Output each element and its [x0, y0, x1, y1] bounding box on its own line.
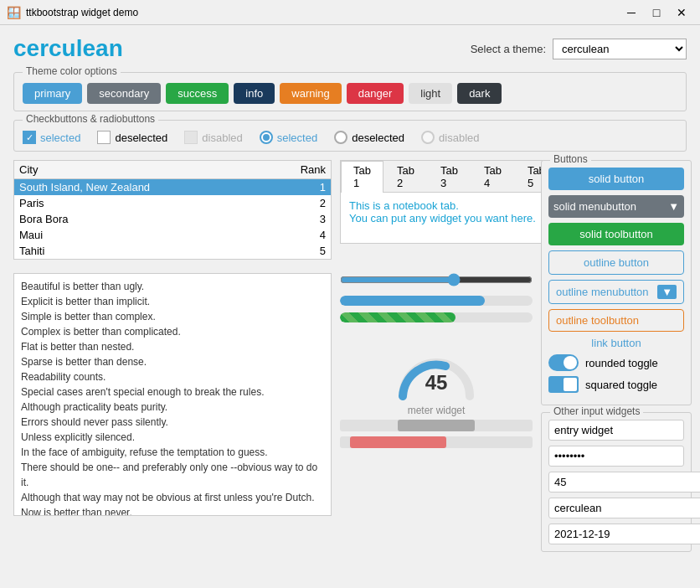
hscroll-thumb-1	[398, 420, 475, 431]
rounded-toggle[interactable]	[548, 354, 579, 371]
city-rank: 1	[275, 181, 326, 193]
outline-button[interactable]: outline button	[548, 250, 684, 275]
tab-3[interactable]: Tab 3	[428, 161, 471, 192]
combobox-wrap: ▼	[548, 498, 684, 518]
check-selected-label: selected	[40, 132, 80, 144]
squared-toggle-row: squared toggle	[548, 376, 684, 393]
check-radio-row: ✓ selected deselected disabled selected	[23, 131, 677, 144]
meter-container: 45 meter widget	[340, 329, 533, 416]
radio-selected-circle[interactable]	[260, 131, 273, 144]
minimize-button[interactable]: ─	[620, 3, 643, 22]
solid-menubutton-label: solid menubutton	[553, 200, 636, 213]
textarea-widgets-row: Beautiful is better than ugly.Explicit i…	[13, 273, 533, 523]
success-button[interactable]: success	[166, 83, 229, 104]
entry-widget[interactable]	[548, 420, 684, 441]
password-widget[interactable]	[548, 446, 684, 467]
header: cerculean Select a theme: cerculean dark…	[13, 35, 687, 62]
close-button[interactable]: ✕	[670, 3, 693, 22]
danger-button[interactable]: danger	[347, 83, 404, 104]
theme-colors-label: Theme color options	[23, 65, 121, 77]
tab-2[interactable]: Tab 2	[384, 161, 427, 192]
window-controls: ─ □ ✕	[620, 3, 693, 22]
maximize-button[interactable]: □	[645, 3, 668, 22]
solid-button[interactable]: solid button	[548, 168, 684, 190]
right-column: Buttons solid button solid menubutton ▼ …	[541, 160, 692, 552]
check-selected[interactable]: ✓ selected	[23, 131, 80, 144]
checkbox-selected[interactable]: ✓	[23, 131, 36, 144]
city-rank: 5	[275, 245, 326, 257]
spinbox-wrap: ▲ ▼	[548, 472, 684, 493]
text-area[interactable]: Beautiful is better than ugly.Explicit i…	[13, 273, 332, 516]
radio-disabled-label: disabled	[439, 132, 479, 144]
title-bar-title: ttkbootstrap widget demo	[26, 7, 620, 18]
rounded-toggle-row: rounded toggle	[548, 354, 684, 371]
light-button[interactable]: light	[409, 83, 452, 104]
outline-menu-arrow-icon: ▼	[657, 285, 677, 299]
hscroll-1[interactable]	[340, 420, 533, 431]
check-disabled-label: disabled	[202, 132, 242, 144]
radio-disabled-circle	[421, 131, 435, 144]
main-content: cerculean Select a theme: cerculean dark…	[0, 25, 700, 562]
title-bar: 🪟 ttkbootstrap widget demo ─ □ ✕	[0, 0, 700, 25]
checkradio-label: Checkbuttons & radiobuttons	[23, 113, 158, 125]
tab-4[interactable]: Tab 4	[471, 161, 514, 192]
solid-toolbutton[interactable]: solid toolbutton	[548, 223, 684, 245]
tab-content: This is a notebook tab. You can put any …	[341, 193, 558, 231]
table-notebook-row: City Rank South Island, New Zealand 1 Pa…	[13, 160, 533, 266]
rounded-toggle-label: rounded toggle	[585, 357, 658, 369]
date-input[interactable]	[548, 524, 700, 544]
radio-deselected[interactable]: deselected	[334, 131, 404, 144]
progress-bar-1-wrap	[340, 296, 533, 306]
progress-track-1	[340, 296, 533, 306]
color-buttons-row: primary secondary success info warning d…	[23, 83, 677, 104]
outline-toolbutton-label: outline toolbutton	[556, 314, 639, 327]
meter-widget: 45 meter widget	[386, 329, 486, 416]
meter-svg: 45	[390, 329, 482, 405]
radio-deselected-label: deselected	[352, 132, 404, 144]
radio-deselected-circle[interactable]	[334, 131, 347, 144]
menubutton-arrow-icon: ▼	[668, 200, 679, 213]
check-disabled: disabled	[184, 131, 242, 144]
outline-menubutton[interactable]: outline menubutton ▼	[548, 280, 684, 304]
squared-toggle[interactable]	[548, 376, 579, 393]
squared-toggle-label: squared toggle	[585, 379, 657, 391]
data-table[interactable]: City Rank South Island, New Zealand 1 Pa…	[13, 160, 332, 260]
table-row[interactable]: Tahiti 5	[14, 243, 331, 259]
primary-button[interactable]: primary	[23, 83, 82, 104]
progress-bar-2-wrap	[340, 312, 533, 322]
combobox-input[interactable]	[548, 498, 700, 518]
radio-selected[interactable]: selected	[260, 131, 317, 144]
secondary-button[interactable]: secondary	[87, 83, 161, 104]
table-area: City Rank South Island, New Zealand 1 Pa…	[13, 160, 332, 266]
link-button[interactable]: link button	[548, 337, 684, 349]
tab-1[interactable]: Tab 1	[341, 161, 383, 193]
city-name: Bora Bora	[19, 213, 275, 225]
input-widgets-section: Other input widgets ▲ ▼ ▼ 📅	[541, 412, 692, 552]
checkbox-deselected[interactable]	[97, 131, 111, 144]
spinbox-input[interactable]	[548, 472, 700, 493]
outline-toolbutton[interactable]: outline toolbutton	[548, 309, 684, 332]
table-row[interactable]: South Island, New Zealand 1	[14, 179, 331, 195]
solid-menubutton[interactable]: solid menubutton ▼	[548, 195, 684, 218]
squared-toggle-knob	[564, 378, 577, 391]
checkbox-disabled	[184, 131, 198, 144]
theme-dropdown[interactable]: cerculean darkly flatly journal litera l…	[553, 39, 687, 59]
city-name: Paris	[19, 197, 275, 209]
app-icon: 🪟	[7, 6, 21, 19]
info-button[interactable]: info	[234, 83, 275, 104]
range-slider[interactable]	[340, 273, 533, 286]
table-row[interactable]: Bora Bora 3	[14, 211, 331, 227]
svg-text:45: 45	[425, 371, 448, 394]
table-row[interactable]: Paris 2	[14, 195, 331, 211]
rounded-toggle-knob	[564, 356, 577, 369]
checkradio-section: Checkbuttons & radiobuttons ✓ selected d…	[13, 120, 687, 152]
slider-wrap	[340, 273, 533, 289]
table-header: City Rank	[14, 161, 331, 179]
buttons-section-label: Buttons	[550, 153, 591, 165]
check-deselected-label: deselected	[115, 132, 167, 144]
hscroll-2[interactable]	[340, 436, 533, 448]
warning-button[interactable]: warning	[280, 83, 342, 104]
dark-button[interactable]: dark	[457, 83, 502, 104]
check-deselected[interactable]: deselected	[97, 131, 167, 144]
table-row[interactable]: Maui 4	[14, 227, 331, 243]
